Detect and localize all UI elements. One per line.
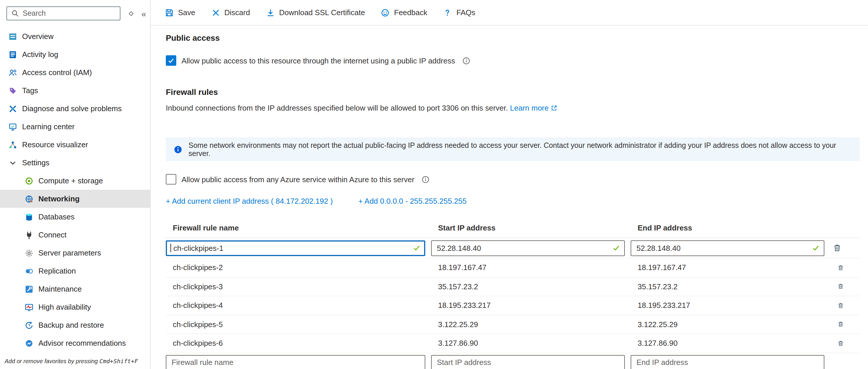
- new-rule-name-input[interactable]: [166, 355, 425, 369]
- info-icon[interactable]: [422, 175, 430, 184]
- discard-button[interactable]: Discard: [211, 8, 250, 17]
- start-ip-input[interactable]: [431, 240, 625, 256]
- rule-name-input[interactable]: [166, 240, 425, 256]
- save-label: Save: [178, 8, 195, 17]
- sidebar-item-backup-restore[interactable]: Backup and restore: [0, 316, 150, 334]
- valid-check-icon: [412, 244, 421, 252]
- sidebar-item-label: Replication: [38, 267, 76, 275]
- column-header-start-ip: Start IP address: [431, 223, 625, 232]
- feedback-button[interactable]: Feedback: [381, 8, 427, 17]
- valid-check-icon: [812, 244, 820, 252]
- favorites-hint-shortcut: Cmd+Shift+F: [99, 358, 138, 364]
- public-access-checkbox[interactable]: [166, 55, 176, 66]
- learn-more-link[interactable]: Learn more: [510, 103, 558, 112]
- backup-restore-icon: [25, 320, 34, 330]
- add-client-ip-link[interactable]: + Add current client IP address ( 84.172…: [166, 196, 333, 205]
- gear-icon: [25, 248, 34, 257]
- end-ip-input-wrap: [631, 240, 825, 256]
- delete-rule-button[interactable]: [830, 280, 844, 294]
- save-icon: [165, 8, 174, 17]
- sidebar-item-label: High availability: [38, 303, 91, 311]
- delete-rule-button[interactable]: [830, 299, 844, 312]
- sidebar-search-row: «: [0, 6, 150, 20]
- advisor-icon: [25, 338, 34, 348]
- sidebar-item-advisor-recommendations[interactable]: Advisor recommendations: [0, 334, 150, 352]
- sidebar-item-maintenance[interactable]: Maintenance: [0, 280, 150, 298]
- sidebar-item-settings[interactable]: Settings: [0, 154, 150, 172]
- sidebar-item-label: Maintenance: [38, 285, 82, 293]
- sidebar-item-databases[interactable]: Databases: [0, 208, 150, 226]
- networking-content: Public access Allow public access to thi…: [151, 26, 868, 369]
- sidebar-item-tags[interactable]: Tags: [0, 82, 150, 99]
- feedback-label: Feedback: [394, 8, 427, 17]
- discard-label: Discard: [224, 8, 250, 17]
- sidebar-item-connect[interactable]: Connect: [0, 226, 150, 244]
- sidebar-item-diagnose[interactable]: Diagnose and solve problems: [0, 99, 150, 118]
- trash-icon: [837, 301, 844, 310]
- table-row: ch-clickpipes-6 3.127.86.90 3.127.86.90: [166, 334, 860, 352]
- trash-icon: [837, 320, 844, 329]
- compute-storage-icon: [25, 176, 34, 185]
- sidebar-item-activity-log[interactable]: Activity log: [0, 45, 150, 63]
- sidebar-item-label: Networking: [38, 194, 80, 203]
- sidebar-item-compute-storage[interactable]: Compute + storage: [0, 172, 150, 190]
- save-button[interactable]: Save: [165, 8, 195, 17]
- rule-name-cell: ch-clickpipes-6: [166, 339, 425, 348]
- end-ip-cell: 18.197.167.47: [631, 264, 825, 272]
- end-ip-cell: 18.195.233.217: [631, 301, 825, 310]
- end-ip-cell: 3.122.25.29: [631, 320, 825, 329]
- end-ip-input[interactable]: [631, 240, 825, 256]
- public-access-checkbox-label: Allow public access to this resource thr…: [182, 56, 455, 65]
- collapse-sidebar-icon[interactable]: «: [142, 9, 146, 18]
- discard-icon: [211, 8, 220, 17]
- sidebar-search-box[interactable]: [6, 6, 120, 20]
- favorites-hint: Add or remove favorites by pressing Cmd+…: [0, 356, 150, 369]
- add-ip-range-link[interactable]: + Add 0.0.0.0 - 255.255.255.255: [359, 196, 467, 205]
- sidebar-item-high-availability[interactable]: High availability: [0, 298, 150, 316]
- new-start-ip-input[interactable]: [431, 355, 625, 369]
- public-access-checkbox-row: Allow public access to this resource thr…: [166, 55, 860, 66]
- sidebar-item-overview[interactable]: Overview: [0, 27, 150, 45]
- table-row-editing: [166, 238, 860, 258]
- sidebar-item-access-control[interactable]: Access control (IAM): [0, 63, 150, 82]
- sidebar-item-server-parameters[interactable]: Server parameters: [0, 244, 150, 262]
- learn-more-label: Learn more: [510, 103, 549, 112]
- delete-rule-button[interactable]: [830, 261, 844, 275]
- plug-icon: [25, 230, 34, 240]
- rule-name-input-wrap: [166, 240, 425, 256]
- sidebar-item-label: Activity log: [22, 50, 58, 59]
- azure-access-checkbox-label: Allow public access from any Azure servi…: [182, 175, 414, 184]
- search-input[interactable]: [23, 9, 116, 18]
- faqs-button[interactable]: FAQs: [443, 8, 475, 17]
- table-row-new: [166, 352, 860, 369]
- start-ip-cell: 3.127.86.90: [431, 339, 625, 348]
- sidebar-item-networking[interactable]: Networking: [0, 190, 150, 208]
- download-ssl-button[interactable]: Download SSL Certificate: [266, 8, 365, 17]
- info-icon[interactable]: [462, 56, 471, 65]
- download-icon: [266, 8, 275, 17]
- sidebar-item-label: Connect: [38, 230, 67, 239]
- sidebar-item-label: Resource visualizer: [22, 140, 88, 149]
- high-availability-icon: [25, 302, 34, 312]
- azure-access-checkbox[interactable]: [166, 174, 176, 185]
- delete-rule-button[interactable]: [830, 317, 844, 332]
- sidebar-nav: Overview Activity log Access control (IA…: [0, 27, 150, 356]
- trash-icon: [837, 263, 844, 272]
- delete-rule-button[interactable]: [830, 241, 844, 255]
- chevron-down-icon: [8, 158, 18, 167]
- rule-name-cell: ch-clickpipes-4: [166, 301, 425, 310]
- command-bar: Save Discard Download SSL Certificate Fe…: [151, 0, 868, 26]
- delete-rule-button[interactable]: [830, 336, 844, 350]
- table-row: ch-clickpipes-3 35.157.23.2 35.157.23.2: [166, 277, 860, 296]
- sidebar-item-learning-center[interactable]: Learning center: [0, 118, 150, 135]
- start-ip-input-wrap: [431, 240, 625, 256]
- rule-name-cell: ch-clickpipes-2: [166, 264, 425, 272]
- valid-check-icon: [612, 244, 621, 252]
- diamond-icon[interactable]: [126, 9, 135, 18]
- sidebar-item-label: Learning center: [22, 122, 75, 131]
- new-end-ip-input[interactable]: [631, 355, 825, 369]
- rule-name-cell: ch-clickpipes-3: [166, 282, 425, 291]
- sidebar-item-resource-visualizer[interactable]: Resource visualizer: [0, 135, 150, 154]
- sidebar-item-replication[interactable]: Replication: [0, 262, 150, 280]
- sidebar-item-label: Server parameters: [38, 248, 101, 257]
